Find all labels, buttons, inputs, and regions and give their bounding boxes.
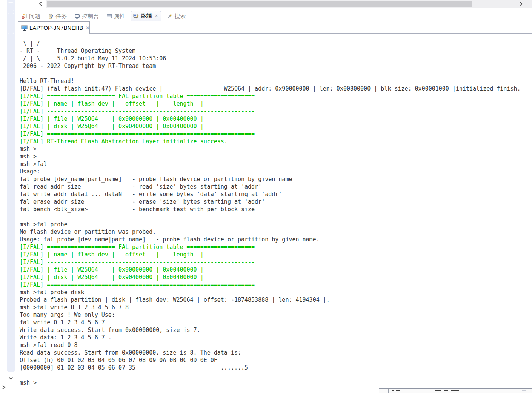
- terminal-line: [D/FAL] (fal_flash_init:47) Flash device…: [20, 85, 532, 92]
- scroll-right-chevron-icon[interactable]: [518, 1, 523, 6]
- terminal-line: [I/FAL] RT-Thread Flash Abstraction Laye…: [20, 138, 532, 145]
- minimized-view-slot[interactable]: [8, 13, 14, 34]
- problems-icon: [22, 14, 27, 19]
- panel-divider: [17, 0, 17, 393]
- terminal-line: msh >: [20, 153, 532, 160]
- status-bar-partial: [379, 388, 532, 393]
- tab-label: 属性: [114, 13, 125, 20]
- terminal-line: msh >: [20, 145, 532, 153]
- terminal-tab-row: [17, 21, 532, 33]
- close-icon[interactable]: ✕: [85, 26, 89, 30]
- terminal-line: Usage: fal probe [dev_name|part_name] - …: [20, 236, 532, 243]
- restore-panel-chevron-right-icon[interactable]: [1, 385, 6, 390]
- tab-problems[interactable]: 问题: [20, 11, 42, 21]
- terminal-line: fal write addr data1 ... dataN - write s…: [20, 190, 532, 198]
- left-trim-rail: [0, 0, 7, 393]
- terminal-line: [I/FAL] --------------------------------…: [20, 107, 532, 115]
- terminal-line: [I/FAL] ================================…: [20, 130, 532, 138]
- tab-label: 控制台: [82, 13, 99, 20]
- terminal-line: / | \ 5.0.2 build May 11 2024 10:53:06: [20, 55, 532, 62]
- tasks-icon: [48, 14, 54, 19]
- terminal-line: fal erase addr size - erase 'size' bytes…: [20, 198, 532, 206]
- terminal-icon: [133, 13, 139, 19]
- minimized-view-slot[interactable]: [8, 2, 14, 11]
- terminal-line: Probed a flash partition | disk | flash_…: [20, 296, 532, 304]
- terminal-line: 2006 - 2022 Copyright by RT-Thread team: [20, 62, 532, 70]
- terminal-line: fal probe [dev_name|part_name] - probe f…: [20, 175, 532, 183]
- tab-tasks[interactable]: 任务: [46, 11, 69, 21]
- tab-search[interactable]: 搜索: [165, 11, 188, 21]
- clipped-text-fragment: [392, 390, 394, 391]
- terminal-line: msh >fal read 0 8: [20, 341, 532, 349]
- properties-icon: [106, 14, 112, 19]
- terminal-line: Read data success. Start from 0x00000000…: [20, 349, 532, 356]
- terminal-line: No flash device or partition was probed.: [20, 228, 532, 236]
- terminal-line: Too many args ! We only Use:: [20, 311, 532, 319]
- terminal-line: [I/FAL] | disk | W25Q64 | 0x90400000 | 0…: [20, 123, 532, 130]
- terminal-line: Usage:: [20, 168, 532, 175]
- tab-label: 搜索: [174, 13, 186, 20]
- terminal-tab-label: LAPTOP-JN7BNEHB: [29, 25, 83, 31]
- terminal-line: msh >fal probe: [20, 221, 532, 228]
- terminal-session-tab[interactable]: LAPTOP-JN7BNEHB ✕: [18, 21, 90, 34]
- tab-label: 终端: [141, 12, 152, 20]
- terminal-line: [I/FAL] | name | flash_dev | offset | le…: [20, 100, 532, 107]
- tab-terminal[interactable]: 终端 ✕: [131, 11, 161, 21]
- terminal-line: msh >: [20, 379, 532, 387]
- monitor-icon: [21, 25, 28, 31]
- terminal-line: [20, 372, 532, 379]
- terminal-line: [I/FAL] ==================== FAL partiti…: [20, 243, 532, 251]
- terminal-line: [I/FAL] | file | W25Q64 | 0x90000000 | 0…: [20, 115, 532, 123]
- terminal-line: [I/FAL] | name | flash_dev | offset | le…: [20, 251, 532, 258]
- terminal-line: fal write 0 1 2 3 4 5 6 7: [20, 319, 532, 326]
- terminal-line: [I/FAL] ==================== FAL partiti…: [20, 92, 532, 100]
- terminal-line: [I/FAL] ================================…: [20, 281, 532, 289]
- terminal-line: msh >fal probe disk: [20, 289, 532, 296]
- terminal-line: fal read addr size - read 'size' bytes s…: [20, 183, 532, 190]
- terminal-line: Write data: 1 2 3 4 5 6 7 .: [20, 334, 532, 341]
- console-icon: [74, 14, 80, 19]
- clipped-text-fragment: [451, 390, 459, 391]
- tab-label: 问题: [29, 13, 40, 20]
- clipped-text-fragment: [435, 390, 441, 391]
- search-icon: [167, 14, 172, 19]
- clipped-text-fragment: [396, 390, 400, 391]
- clipped-icon-fragment: [522, 390, 526, 391]
- tab-properties[interactable]: 属性: [105, 11, 127, 21]
- terminal-line: [I/FAL] --------------------------------…: [20, 258, 532, 266]
- status-divider: [475, 389, 475, 393]
- close-icon[interactable]: ✕: [154, 14, 158, 18]
- horizontal-scrollbar-thumb[interactable]: [47, 1, 472, 7]
- tab-label: 任务: [55, 13, 67, 20]
- terminal-line: [I/FAL] | file | W25Q64 | 0x90000000 | 0…: [20, 266, 532, 273]
- terminal-line: [20, 70, 532, 77]
- terminal-line: - RT - Thread Operating System: [20, 47, 532, 55]
- terminal-line: [20, 213, 532, 221]
- terminal-line: \ | /: [20, 40, 532, 47]
- terminal-line: fal bench <blk_size> - benchmark test wi…: [20, 206, 532, 213]
- terminal-line: [I/FAL] | disk | W25Q64 | 0x90400000 | 0…: [20, 273, 532, 281]
- tab-console[interactable]: 控制台: [72, 11, 101, 21]
- trim-scroll-chevron-down-icon[interactable]: [8, 376, 14, 381]
- terminal-line: [00000000] 01 02 03 04 05 06 07 35 .....…: [20, 364, 532, 372]
- status-divider: [388, 389, 389, 393]
- terminal-line: Hello RT-Thread!: [20, 77, 532, 85]
- terminal-line: msh >fal: [20, 160, 532, 168]
- scroll-left-chevron-icon[interactable]: [38, 1, 43, 6]
- minimized-view-strip[interactable]: [7, 0, 15, 372]
- view-tab-bar: 问题 任务 控制台: [17, 11, 532, 22]
- terminal-output[interactable]: \ | /- RT - Thread Operating System / | …: [18, 34, 532, 393]
- terminal-line: msh >fal write 0 1 2 3 4 5 6 7 8: [20, 304, 532, 311]
- terminal-line: Write data success. Start from 0x0000000…: [20, 326, 532, 334]
- clipped-text-fragment: [444, 390, 448, 391]
- terminal-line: Offset (h) 00 01 02 03 04 05 06 07 08 09…: [20, 356, 532, 364]
- status-divider: [433, 389, 433, 393]
